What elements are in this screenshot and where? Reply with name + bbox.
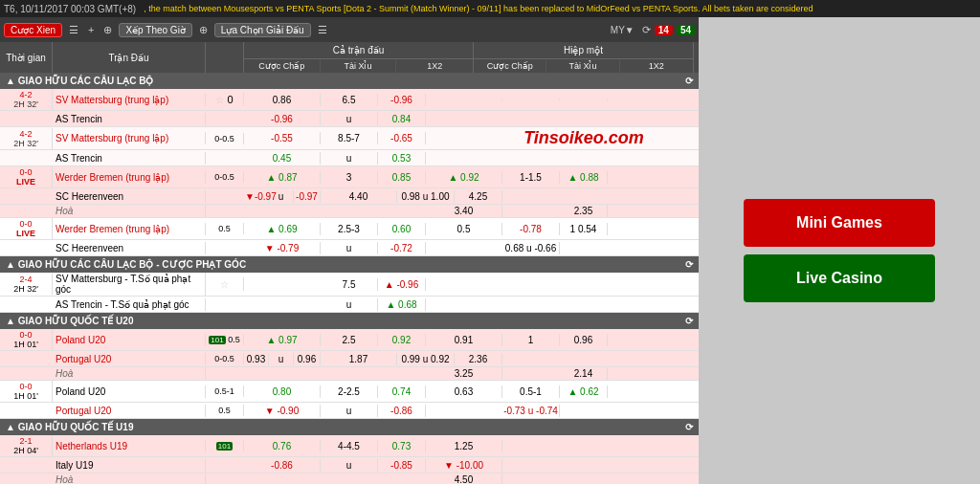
- section-u20[interactable]: ▲ GIAO HỮU QUỐC TẾ U20 ⟳: [0, 313, 699, 329]
- w-h2[interactable]: 0.85: [378, 171, 426, 184]
- cuoc-xien-btn[interactable]: Cược Xien: [4, 23, 62, 37]
- u19-h1[interactable]: 0.76: [244, 440, 321, 452]
- score-display: 4-2: [19, 90, 32, 99]
- handicap-odds2[interactable]: -0.96: [378, 94, 426, 106]
- section-u20-refresh[interactable]: ⟳: [685, 316, 693, 326]
- u20b-o2[interactable]: -0.86: [378, 405, 426, 417]
- toolbar-icon-2[interactable]: ⊕: [100, 23, 115, 37]
- u19-1x2-2[interactable]: 4.50: [426, 473, 502, 484]
- mini-games-btn[interactable]: Mini Games: [744, 199, 935, 247]
- pg-star[interactable]: ☆: [206, 277, 244, 291]
- w-score: 0-0: [19, 167, 32, 177]
- w-1x2-1[interactable]: 4.40: [321, 190, 397, 203]
- u19-1x2-x[interactable]: ▼ -10.00: [426, 459, 502, 472]
- pg-h2[interactable]: ▲ -0.96: [378, 278, 426, 291]
- u20-h1x2-x[interactable]: 2.36: [455, 353, 502, 365]
- xep-theo-gio-btn[interactable]: Xếp Theo Giờ: [119, 23, 191, 37]
- w-team1: Werder Bremen (trung lập): [53, 171, 206, 184]
- w2-h1[interactable]: ▲ 0.69: [244, 223, 321, 235]
- section-arrow: ▲ GIAO HỮU CÁC CÂU LẠC BỘ: [6, 76, 153, 86]
- toolbar-icon-menu[interactable]: ☰: [315, 23, 330, 37]
- u19-1x2-1[interactable]: 1.25: [426, 440, 502, 452]
- time-display: 2H 32': [13, 99, 38, 109]
- lua-chon-giai-dau-btn[interactable]: Lựa Chọn Giải Đấu: [214, 23, 311, 37]
- w2-o1[interactable]: ▼ -0.79: [244, 242, 321, 254]
- section-phatgoc-refresh[interactable]: ⟳: [685, 259, 693, 270]
- u20-1x2-2[interactable]: 3.25: [426, 367, 502, 380]
- u19-draw: Hoà: [53, 473, 206, 484]
- team1-name: SV Mattersburg (trung lập): [53, 94, 206, 106]
- u20-h2[interactable]: 0.92: [378, 334, 426, 346]
- u20-o2[interactable]: 0.96: [294, 353, 321, 365]
- w-hh2[interactable]: ▲ 0.88: [560, 171, 608, 184]
- odds-a[interactable]: -0.55: [244, 132, 321, 144]
- u20b-o1[interactable]: ▼ -0.90: [244, 405, 321, 417]
- u20-h1[interactable]: ▲ 0.97: [244, 334, 321, 346]
- pg2-h2[interactable]: ▲ 0.68: [378, 298, 426, 311]
- line-2: u: [321, 113, 378, 125]
- u20b-hh2b[interactable]: -0.73 u -0.74: [502, 405, 560, 417]
- u19-o2[interactable]: -0.85: [378, 459, 426, 472]
- w-hh1[interactable]: ▲ 0.92: [426, 171, 502, 184]
- pg-note: 2H 32': [13, 284, 38, 294]
- u20-hh2[interactable]: 0.96: [560, 334, 608, 346]
- w-o1[interactable]: ▼-0.97: [244, 190, 269, 203]
- u20-o1[interactable]: 0.93: [244, 353, 269, 365]
- toolbar-icon-1[interactable]: ☰: [66, 23, 81, 37]
- w-1x2-2[interactable]: 3.40: [426, 205, 502, 217]
- w-h1x2x[interactable]: 4.25: [455, 190, 502, 203]
- score2: 4-2: [19, 129, 32, 139]
- section-phatgoc[interactable]: ▲ GIAO HỮU CÁC CÂU LẠC BỘ - CƯỢC PHẠT GÓ…: [0, 256, 699, 273]
- u19-o1[interactable]: -0.86: [244, 459, 321, 472]
- star-cell[interactable]: ☆ 0: [206, 93, 244, 106]
- section-refresh[interactable]: ⟳: [685, 76, 693, 86]
- u19-score: 2-1: [19, 436, 32, 446]
- ob1[interactable]: 0.45: [244, 152, 321, 165]
- odds2-2[interactable]: 0.84: [378, 113, 426, 125]
- u20b-score-disp: 0.5-1: [206, 385, 244, 397]
- pg-score: 2-4: [19, 275, 32, 284]
- ob2[interactable]: 0.53: [378, 152, 426, 165]
- u20-score: 0-0: [19, 330, 32, 340]
- toolbar-icon-3[interactable]: ⊕: [196, 23, 211, 37]
- u20b-hh1[interactable]: 0.63: [426, 385, 502, 398]
- w-time: 0-0LIVE: [0, 166, 53, 187]
- odds1-2[interactable]: -0.96: [244, 113, 321, 125]
- section-u19-refresh[interactable]: ⟳: [685, 422, 693, 432]
- u20-hh2b[interactable]: 0.99 u 0.92: [397, 353, 455, 365]
- w2-h2[interactable]: 0.60: [378, 223, 426, 235]
- w-hh2b[interactable]: 0.98 u 1.00: [397, 190, 455, 203]
- u20-h1x2-2[interactable]: 2.14: [560, 367, 608, 380]
- u20b-h2[interactable]: 0.74: [378, 385, 426, 398]
- w2-hh2b[interactable]: 0.68 u -0.66: [502, 242, 560, 254]
- w2-o2[interactable]: -0.72: [378, 242, 426, 254]
- u20-1x2-1[interactable]: 1.87: [321, 353, 397, 365]
- w-h1[interactable]: ▲ 0.87: [244, 171, 321, 184]
- odds-b[interactable]: -0.65: [378, 132, 426, 144]
- pg-hl: 7.5: [321, 278, 378, 291]
- th-thoigian: Thời gian: [0, 42, 53, 73]
- w2-hhl[interactable]: -0.78: [502, 223, 560, 235]
- match-row: 4-22H 32' SV Mattersburg (trung lập) ☆ 0…: [0, 89, 699, 111]
- section-phatgoc-label: ▲ GIAO HỮU CÁC CÂU LẠC BỘ - CƯỢC PHẠT GÓ…: [6, 259, 246, 270]
- live-casino-btn[interactable]: Live Casino: [744, 254, 935, 302]
- u20b-hh2[interactable]: ▲ 0.62: [560, 385, 608, 398]
- th-h-1x2: 1X2: [620, 59, 693, 73]
- section-u19-label: ▲ GIAO HỮU QUỐC TẾ U19: [6, 422, 133, 432]
- handicap-odds1[interactable]: 0.86: [244, 94, 321, 106]
- w-team2: SC Heerenveen: [53, 190, 206, 203]
- u19-h2[interactable]: 0.73: [378, 440, 426, 452]
- section-giaohuu[interactable]: ▲ GIAO HỮU CÁC CÂU LẠC BỘ ⟳: [0, 73, 699, 89]
- toolbar-icon-plus[interactable]: +: [85, 23, 97, 36]
- u20b-team1: Poland U20: [53, 385, 206, 398]
- w-h1x2-2[interactable]: 2.35: [560, 205, 608, 217]
- u19-time: 2-12H 04': [0, 435, 53, 456]
- u20b-h1[interactable]: 0.80: [244, 385, 321, 398]
- u20-hh1[interactable]: 0.91: [426, 334, 502, 346]
- u20-row1c: Hoà 3.25 2.14: [0, 367, 699, 381]
- w-o2[interactable]: -0.97: [294, 190, 321, 203]
- h-odds2: [560, 99, 608, 100]
- u20-hl: 2.5: [321, 334, 378, 346]
- section-u19[interactable]: ▲ GIAO HỮU QUỐC TẾ U19 ⟳: [0, 419, 699, 435]
- table-container[interactable]: ▲ GIAO HỮU CÁC CÂU LẠC BỘ ⟳ 4-22H 32' SV…: [0, 73, 699, 484]
